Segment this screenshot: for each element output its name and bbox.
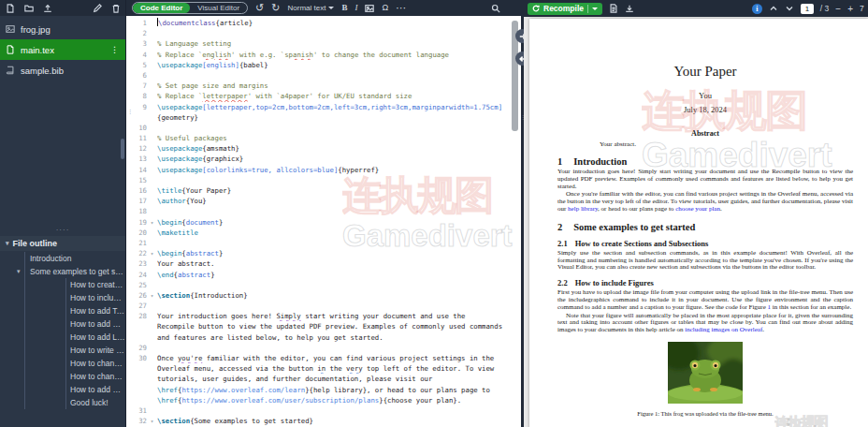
new-file-icon[interactable] — [5, 3, 15, 13]
file-item[interactable]: frog.jpg — [0, 19, 125, 39]
recompile-button[interactable]: Recompile — [528, 3, 602, 15]
fold-marker-icon — [147, 385, 157, 395]
code-line: 32▾\section{Some examples to get started… — [126, 416, 521, 426]
code-line: 13\usepackage{graphicx} — [126, 154, 521, 164]
pdf-section-heading: 2.1How to create Sections and Subsection… — [557, 239, 853, 248]
redo-icon[interactable]: ↻ — [271, 3, 280, 13]
zoom-out-button[interactable]: − — [835, 4, 841, 14]
sidebar-divider-grip[interactable]: ⋮ — [127, 110, 133, 113]
outline-item[interactable]: How to add Lists — [0, 331, 125, 344]
new-folder-icon[interactable] — [23, 3, 34, 13]
fold-marker-icon[interactable]: ▾ — [147, 248, 157, 258]
pdf-text: in this section for an example. — [771, 303, 851, 311]
file-item[interactable]: main.tex⋮ — [0, 39, 125, 60]
file-outline-header[interactable]: ▾ File outline — [0, 236, 125, 251]
pdf-link[interactable]: including images on Overleaf — [685, 326, 762, 333]
italic-button[interactable]: I — [354, 3, 357, 13]
outline-item[interactable]: How to include Figures — [0, 291, 125, 304]
download-pdf-icon[interactable] — [625, 4, 634, 13]
code-text — [157, 175, 521, 185]
zoom-in-button[interactable]: + — [847, 4, 853, 14]
code-text: \maketitle — [157, 228, 521, 238]
pdf-link[interactable]: help library — [568, 205, 598, 213]
outline-item[interactable]: How to create Sections and ... — [0, 278, 125, 291]
info-icon[interactable]: i — [752, 4, 762, 14]
outline-item-label: How to change the margins ... — [70, 357, 125, 370]
outline-item[interactable]: How to write Mathematics — [0, 344, 125, 357]
outline-item[interactable]: How to add Comments and ... — [0, 317, 125, 331]
outline-item[interactable]: Introduction — [0, 252, 125, 265]
pdf-viewport[interactable]: Your PaperYouJuly 18, 2024AbstractYour a… — [524, 17, 868, 427]
outline-item[interactable]: How to add Tables — [0, 304, 125, 317]
code-line: 9\usepackage[letterpaper,top=2cm,bottom=… — [126, 102, 521, 112]
code-editor-tab[interactable]: Code Editor — [133, 3, 190, 13]
button-divider — [587, 5, 588, 13]
outline-resize-handle[interactable]: ···· — [0, 228, 125, 236]
code-line: {geometry} — [126, 112, 521, 123]
search-icon[interactable] — [491, 4, 500, 13]
fold-marker-icon — [147, 38, 157, 49]
code-text: Once you're familiar with the editor, yo… — [157, 353, 521, 363]
code-text: \usepackage{graphicx} — [157, 154, 521, 164]
more-options-button[interactable]: ⋯ — [396, 3, 406, 13]
file-menu-dots-icon[interactable]: ⋮ — [110, 45, 120, 54]
code-line: 27 — [126, 301, 521, 311]
page-number-input[interactable]: 1 — [801, 4, 814, 14]
code-line: 6 — [126, 70, 521, 81]
code-text: \documentclass{article} — [157, 18, 521, 28]
outline-item[interactable]: How to change the margins ... — [0, 357, 125, 370]
pdf-text: Simply use the section and subsection co… — [557, 249, 853, 272]
fold-marker-icon — [147, 123, 157, 133]
code-editing-area[interactable]: 1\documentclass{article}23% Language set… — [126, 16, 521, 427]
insert-symbol-button[interactable]: Ω — [382, 3, 388, 13]
fold-marker-icon[interactable]: ▾ — [147, 290, 157, 301]
line-number: 8 — [126, 91, 147, 101]
code-line: 1\documentclass{article} — [126, 18, 521, 28]
pdf-link[interactable]: choose your plan — [675, 205, 720, 213]
bold-button[interactable]: B — [341, 3, 347, 13]
file-tree: frog.jpgmain.tex⋮sample.bib — [0, 16, 125, 81]
outline-item[interactable]: ▾Some examples to get started — [0, 265, 125, 278]
fold-marker-icon — [147, 60, 157, 70]
undo-icon[interactable]: ↺ — [255, 3, 264, 13]
view-logs-icon[interactable] — [609, 4, 618, 13]
outline-item[interactable]: How to add Citations and a ... — [0, 383, 125, 396]
outline-item-label: How to add Comments and ... — [70, 317, 125, 331]
upload-icon[interactable] — [42, 3, 52, 13]
visual-editor-tab[interactable]: Visual Editor — [190, 3, 247, 13]
code-line: Overleaf menu, accessed via the button i… — [126, 363, 521, 374]
fold-marker-icon[interactable]: ▾ — [147, 217, 157, 228]
fold-marker-icon — [147, 185, 157, 196]
fold-marker-icon — [147, 311, 157, 321]
paragraph-style-dropdown[interactable]: Normal text — [288, 4, 335, 12]
fold-marker-icon — [147, 81, 157, 91]
code-text: Overleaf menu, accessed via the button i… — [157, 363, 521, 374]
code-line: 26▾\section{Introduction} — [126, 290, 521, 301]
fold-marker-icon[interactable]: ▾ — [147, 416, 157, 426]
line-number — [126, 363, 147, 374]
pdf-abstract-text: Your abstract. — [600, 140, 853, 148]
insert-figure-icon[interactable] — [365, 4, 374, 13]
fold-marker-icon — [147, 405, 157, 416]
code-text — [157, 301, 521, 311]
chevron-up-icon[interactable] — [769, 4, 778, 13]
line-number: 30 — [126, 353, 147, 363]
sidebar-scrollbar[interactable] — [121, 139, 124, 159]
pdf-nav-controls: i 1 / 3 − + 7 — [752, 4, 864, 14]
chevron-down-icon[interactable] — [785, 4, 794, 13]
code-line: 24\end{abstract} — [126, 270, 521, 280]
line-number: 24 — [126, 270, 147, 280]
line-number — [126, 332, 147, 343]
chevron-down-icon[interactable] — [592, 7, 598, 10]
line-number: 2 — [126, 28, 147, 38]
code-line: 22▾\begin{abstract} — [126, 248, 521, 258]
outline-item[interactable]: Good luck! — [0, 396, 125, 409]
editor-mode-switch: Code Editor Visual Editor — [132, 2, 248, 14]
outline-item[interactable]: How to change the documen... — [0, 370, 125, 383]
pdf-page: Your PaperYouJuly 18, 2024AbstractYour a… — [529, 19, 868, 427]
delete-trash-icon[interactable] — [110, 3, 121, 13]
rename-pencil-icon[interactable] — [92, 3, 102, 13]
file-item[interactable]: sample.bib — [0, 60, 125, 81]
file-tree-toolbar — [0, 0, 125, 16]
line-number — [126, 385, 147, 395]
